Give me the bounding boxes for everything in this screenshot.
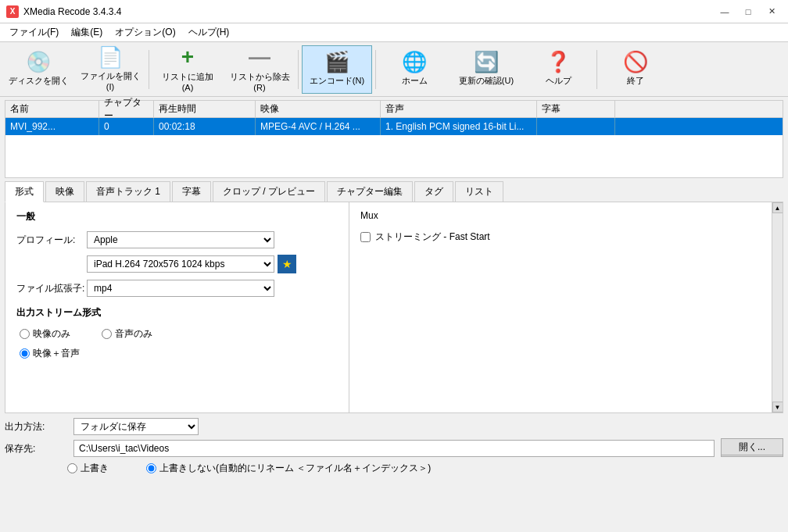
- format-panel: 一般 プロフィール: Apple iPad H.264 720x576 1024…: [5, 202, 349, 412]
- right-scrollbar: ▲ ▼: [772, 202, 783, 412]
- window-controls: — □ ✕: [715, 4, 782, 20]
- extension-select[interactable]: mp4: [87, 280, 274, 297]
- extension-label: ファイル拡張子:: [16, 282, 87, 295]
- file-list-header: 名前 チャプター 再生時間 映像 音声 字幕: [5, 101, 783, 118]
- radio-row-2: 映像＋音声: [20, 347, 338, 360]
- output-method-select[interactable]: フォルダに保存: [73, 418, 199, 435]
- col-header-sub: 字幕: [537, 101, 615, 117]
- cell-audio: 1. English PCM signed 16-bit Li...: [381, 118, 537, 135]
- app-title: XMedia Recode 3.4.3.4: [23, 6, 715, 17]
- bottom-wrapper: 出力方法: フォルダに保存 保存先: 参照... 上書き 上書きしない(自動的に…: [0, 418, 788, 475]
- maximize-button[interactable]: □: [738, 4, 758, 20]
- preset-control-group: iPad H.264 720x576 1024 kbps ★: [87, 255, 338, 273]
- profile-select[interactable]: Apple: [87, 231, 274, 248]
- title-bar: X XMedia Recode 3.4.3.4 — □ ✕: [0, 0, 788, 23]
- menu-file[interactable]: ファイル(F): [3, 24, 65, 41]
- scroll-down-button[interactable]: ▼: [772, 402, 783, 412]
- save-path-row: 保存先: 参照...: [5, 440, 783, 457]
- help-label: ヘルプ: [546, 75, 571, 87]
- output-stream-title: 出力ストリーム形式: [16, 306, 338, 320]
- output-method-label: 出力方法:: [5, 420, 67, 434]
- menu-help[interactable]: ヘルプ(H): [182, 24, 236, 41]
- add-list-button[interactable]: + リストに追加(A): [152, 45, 223, 94]
- tab-subtitle[interactable]: 字幕: [172, 181, 211, 202]
- save-path-input[interactable]: [73, 440, 715, 457]
- no-overwrite-text: 上書きしない(自動的にリネーム ＜ファイル名＋インデックス＞): [159, 462, 431, 475]
- save-path-label: 保存先:: [5, 442, 67, 455]
- close-button[interactable]: ✕: [761, 4, 782, 20]
- menu-edit[interactable]: 編集(E): [65, 24, 109, 41]
- remove-icon: —: [249, 46, 270, 68]
- radio-row-1: 映像のみ 音声のみ: [20, 327, 338, 341]
- col-header-duration: 再生時間: [154, 101, 256, 117]
- home-label: ホーム: [402, 75, 428, 87]
- exit-button[interactable]: 🚫 終了: [600, 45, 671, 94]
- mux-panel: Mux ストリーミング - Fast Start ▲ ▼: [349, 202, 783, 412]
- toolbar-separator-3: [375, 50, 376, 89]
- update-icon: 🔄: [474, 52, 499, 72]
- file-list-body: MVI_992... 0 00:02:18 MPEG-4 AVC / H.264…: [5, 118, 783, 178]
- col-header-name: 名前: [5, 101, 99, 117]
- open-disc-label: ディスクを開く: [9, 75, 69, 87]
- encode-label: エンコード(N): [310, 75, 364, 87]
- add-icon: +: [181, 46, 194, 68]
- open-button[interactable]: 開く...: [721, 438, 783, 455]
- tab-format[interactable]: 形式: [5, 181, 44, 202]
- preset-select[interactable]: iPad H.264 720x576 1024 kbps: [87, 255, 274, 273]
- streaming-label: ストリーミング - Fast Start: [375, 230, 490, 244]
- preset-row: iPad H.264 720x576 1024 kbps ★: [16, 255, 338, 273]
- add-list-label: リストに追加(A): [156, 71, 219, 92]
- encode-icon: 🎬: [324, 52, 349, 72]
- toolbar: 💿 ディスクを開く 📄 ファイルを開く(I) + リストに追加(A) — リスト…: [0, 42, 788, 97]
- tab-audio[interactable]: 音声トラック 1: [86, 181, 170, 202]
- help-icon: ❓: [546, 52, 571, 72]
- video-audio-radio-label[interactable]: 映像＋音声: [20, 347, 80, 360]
- tab-list[interactable]: リスト: [455, 181, 503, 202]
- open-file-label: ファイルを開く(I): [79, 70, 141, 91]
- video-only-radio[interactable]: [20, 329, 30, 339]
- cell-video: MPEG-4 AVC / H.264 ...: [256, 118, 381, 135]
- general-section-title: 一般: [16, 210, 338, 223]
- help-button[interactable]: ❓ ヘルプ: [523, 45, 593, 94]
- col-header-video: 映像: [256, 101, 381, 117]
- menu-options[interactable]: オプション(O): [109, 24, 181, 41]
- toolbar-separator-1: [149, 50, 149, 89]
- tab-video[interactable]: 映像: [45, 181, 84, 202]
- streaming-checkbox[interactable]: [360, 232, 371, 242]
- tab-tag[interactable]: タグ: [414, 181, 453, 202]
- toolbar-separator-2: [298, 50, 299, 89]
- star-button[interactable]: ★: [278, 255, 296, 273]
- tab-crop[interactable]: クロップ / プレビュー: [213, 181, 325, 202]
- profile-row: プロフィール: Apple: [16, 231, 338, 248]
- audio-only-radio[interactable]: [102, 329, 112, 339]
- output-stream-group: 映像のみ 音声のみ 映像＋音声: [20, 327, 338, 360]
- tabs-container: 形式 映像 音声トラック 1 字幕 クロップ / プレビュー チャプター編集 タ…: [5, 181, 783, 202]
- home-button[interactable]: 🌐 ホーム: [379, 45, 450, 94]
- remove-list-button[interactable]: — リストから除去(R): [224, 45, 295, 94]
- streaming-checkbox-label[interactable]: ストリーミング - Fast Start: [360, 230, 772, 244]
- encode-button[interactable]: 🎬 エンコード(N): [302, 45, 372, 94]
- file-icon: 📄: [98, 47, 123, 67]
- app-icon: X: [6, 5, 19, 18]
- table-row[interactable]: MVI_992... 0 00:02:18 MPEG-4 AVC / H.264…: [5, 118, 783, 135]
- no-overwrite-radio-label[interactable]: 上書きしない(自動的にリネーム ＜ファイル名＋インデックス＞): [146, 462, 431, 475]
- video-audio-text: 映像＋音声: [33, 347, 80, 360]
- scroll-track: [772, 213, 783, 402]
- main-content: 一般 プロフィール: Apple iPad H.264 720x576 1024…: [5, 202, 783, 413]
- scroll-up-button[interactable]: ▲: [772, 202, 783, 213]
- open-disc-button[interactable]: 💿 ディスクを開く: [3, 45, 73, 94]
- overwrite-radio-label[interactable]: 上書き: [67, 462, 109, 475]
- bottom-area: 出力方法: フォルダに保存 保存先: 参照... 上書き 上書きしない(自動的に…: [5, 418, 783, 475]
- video-audio-radio[interactable]: [20, 348, 30, 359]
- video-only-text: 映像のみ: [33, 327, 70, 341]
- disc-icon: 💿: [26, 52, 51, 72]
- open-file-button[interactable]: 📄 ファイルを開く(I): [75, 45, 145, 94]
- audio-only-radio-label[interactable]: 音声のみ: [102, 327, 152, 341]
- no-overwrite-radio[interactable]: [146, 463, 156, 473]
- video-only-radio-label[interactable]: 映像のみ: [20, 327, 70, 341]
- update-button[interactable]: 🔄 更新の確認(U): [451, 45, 521, 94]
- cell-duration: 00:02:18: [154, 118, 256, 135]
- minimize-button[interactable]: —: [715, 4, 735, 20]
- overwrite-radio[interactable]: [67, 463, 77, 473]
- tab-chapter[interactable]: チャプター編集: [327, 181, 413, 202]
